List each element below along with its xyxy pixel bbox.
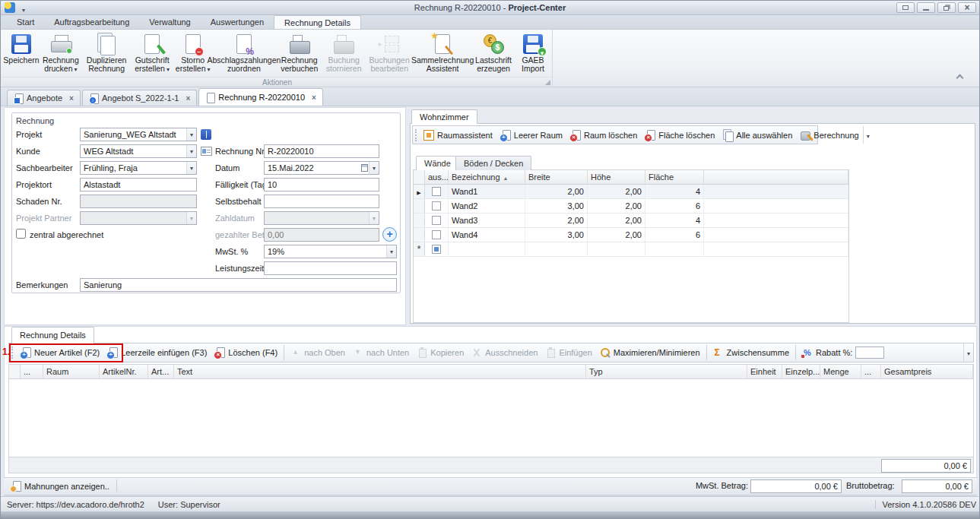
chevron-down-icon[interactable] xyxy=(386,245,396,258)
rechnung-drucken-button[interactable]: Rechnung drucken xyxy=(39,31,83,74)
column-header-flaeche[interactable]: Fläche xyxy=(645,170,704,184)
column-header-bezeichnung[interactable]: Bezeichnung xyxy=(449,170,525,184)
doc-tab-angebot-s-2022-1-1[interactable]: Angebot S_2022-1-1 xyxy=(82,90,197,106)
leerer-raum-button[interactable]: Leerer Raum xyxy=(496,128,566,142)
tab-wohnzimmer[interactable]: Wohnzimmer xyxy=(411,109,477,124)
loeschen-button[interactable]: Löschen (F4) xyxy=(211,346,281,359)
column-header-art[interactable]: Art... xyxy=(148,365,174,378)
raumassistent-button[interactable]: Raumassistent xyxy=(420,128,496,142)
column-header-hoehe[interactable]: Höhe xyxy=(588,170,645,184)
gaeb-import-button[interactable]: GAEB Import xyxy=(515,31,550,74)
rabatt-input[interactable] xyxy=(855,347,884,359)
table-row[interactable]: Wand4 3,00 2,00 6 xyxy=(414,228,848,242)
chevron-down-icon[interactable] xyxy=(369,162,379,174)
kunde-combobox[interactable] xyxy=(80,144,197,158)
table-row[interactable]: Wand3 2,00 2,00 4 xyxy=(414,214,848,228)
faelligkeit-input[interactable] xyxy=(264,178,379,191)
ribbon-tab-start[interactable]: Start xyxy=(7,15,44,29)
sachbearbeiter-input[interactable] xyxy=(80,161,197,175)
mwst-combobox[interactable] xyxy=(264,245,397,258)
gutschrift-erstellen-button[interactable]: Gutschrift erstellen xyxy=(130,31,173,74)
tab-rechnung-details[interactable]: Rechnung Details xyxy=(11,327,94,343)
column-header-gesamtpreis[interactable]: Gesamtpreis xyxy=(881,365,973,378)
app-logo-icon[interactable] xyxy=(5,2,15,13)
storno-erstellen-button[interactable]: Storno erstellen xyxy=(174,31,212,74)
projekt-combobox[interactable] xyxy=(80,128,197,141)
chevron-down-icon[interactable] xyxy=(186,128,196,141)
rechnung-verbuchen-button[interactable]: Rechnung verbuchen xyxy=(276,31,322,74)
leistungszeitraum-field[interactable] xyxy=(264,261,397,275)
selbstbehalt-input[interactable] xyxy=(264,195,379,208)
row-checkbox[interactable] xyxy=(432,230,441,239)
zentral-abgerechnet-checkbox[interactable] xyxy=(16,229,26,239)
close-tab-icon[interactable] xyxy=(186,93,190,103)
speichern-button[interactable]: Speichern xyxy=(4,31,39,65)
ribbon-tab-verwaltung[interactable]: Verwaltung xyxy=(139,15,200,29)
mahnungen-anzeigen-button[interactable]: Mahnungen anzeigen.. xyxy=(7,479,113,493)
toolbar-grip[interactable] xyxy=(415,129,417,141)
sammelrechnung-assistent-button[interactable]: Sammelrechnung Assistent xyxy=(414,31,471,74)
table-row[interactable]: Wand1 2,00 2,00 4 xyxy=(414,185,848,199)
column-header-aus[interactable]: aus... xyxy=(425,170,449,184)
column-header-einheit[interactable]: Einheit xyxy=(747,365,782,378)
tab-waende[interactable]: Wände xyxy=(416,156,459,170)
restore-button[interactable] xyxy=(937,2,956,13)
flaeche-loeschen-button[interactable]: Fläche löschen xyxy=(641,128,718,142)
new-row[interactable] xyxy=(414,242,848,257)
ribbon-tab-rechnung-details[interactable]: Rechnung Details xyxy=(274,15,361,29)
projektort-input[interactable] xyxy=(80,178,197,191)
column-header-einzelpreis[interactable]: Einzelp... xyxy=(782,365,820,378)
details-grid-body[interactable] xyxy=(9,379,973,457)
row-checkbox[interactable] xyxy=(432,216,441,225)
dialog-launcher-icon[interactable] xyxy=(545,80,550,85)
column-header-text[interactable]: Text xyxy=(174,365,586,378)
toolbar-overflow-button[interactable] xyxy=(963,343,973,362)
rechnungnr-field[interactable] xyxy=(264,144,379,158)
sachbearbeiter-combobox[interactable] xyxy=(80,161,197,175)
ribbon-tab-auftragsbearbeitung[interactable]: Auftragsbearbeitung xyxy=(44,15,139,29)
leerzeile-einfuegen-button[interactable]: Leerzeile einfügen (F3) xyxy=(103,346,211,359)
column-header-dots1[interactable]: ... xyxy=(21,365,43,378)
alle-auswaehlen-button[interactable]: Alle auswählen xyxy=(718,128,796,142)
raum-loeschen-button[interactable]: Raum löschen xyxy=(566,128,641,142)
bemerkungen-input[interactable] xyxy=(80,278,397,292)
abschlagszahlungen-zuordnen-button[interactable]: Abschlagszahlungen zuordnen xyxy=(212,31,277,74)
projektort-field[interactable] xyxy=(80,178,197,191)
lastschrift-erzeugen-button[interactable]: Lastschrift erzeugen xyxy=(471,31,515,74)
faelligkeit-field[interactable] xyxy=(264,178,379,191)
collapse-ribbon-icon[interactable] xyxy=(956,74,964,82)
toolbar-overflow-button[interactable] xyxy=(863,126,873,144)
maximieren-minimieren-button[interactable]: Maximieren/Minimieren xyxy=(596,346,704,359)
column-header-breite[interactable]: Breite xyxy=(525,170,588,184)
column-header-artikelnr[interactable]: ArtikelNr. xyxy=(100,365,148,378)
close-button[interactable] xyxy=(958,2,976,13)
kunde-input[interactable] xyxy=(80,144,197,158)
minimize-button[interactable] xyxy=(917,2,935,13)
tab-boeden-decken[interactable]: Böden / Decken xyxy=(455,156,531,170)
new-row-checkbox-icon[interactable] xyxy=(432,245,441,254)
project-book-icon[interactable] xyxy=(201,129,211,140)
customer-card-icon[interactable] xyxy=(201,147,212,156)
mwst-input[interactable] xyxy=(264,245,397,258)
zwischensumme-button[interactable]: Zwischensumme xyxy=(709,346,794,359)
toolbar-grip[interactable] xyxy=(11,347,14,359)
chevron-down-icon[interactable] xyxy=(186,162,196,174)
berechnung-button[interactable]: Berechnung xyxy=(796,128,862,142)
doc-tab-angebote[interactable]: Angebote xyxy=(7,90,81,106)
column-header-raum[interactable]: Raum xyxy=(43,365,100,378)
fullscreen-button[interactable] xyxy=(896,2,915,13)
datum-datepicker[interactable] xyxy=(264,161,379,175)
ribbon-tab-auswertungen[interactable]: Auswertungen xyxy=(201,15,274,29)
quick-access-dropdown-icon[interactable] xyxy=(22,5,25,14)
rechnungnr-input[interactable] xyxy=(264,144,379,158)
row-checkbox[interactable] xyxy=(432,201,441,210)
column-header-dots2[interactable]: ... xyxy=(861,365,881,378)
add-payment-button[interactable] xyxy=(382,227,397,242)
doc-tab-rechnung-r-20220010[interactable]: Rechnung R-20220010 xyxy=(198,88,323,106)
close-tab-icon[interactable] xyxy=(69,93,74,103)
bemerkungen-field[interactable] xyxy=(80,278,397,292)
row-checkbox[interactable] xyxy=(432,187,441,196)
selbstbehalt-field[interactable] xyxy=(264,195,379,208)
leistungszeitraum-input[interactable] xyxy=(264,261,397,275)
neuer-artikel-button[interactable]: Neuer Artikel (F2) xyxy=(17,346,103,359)
